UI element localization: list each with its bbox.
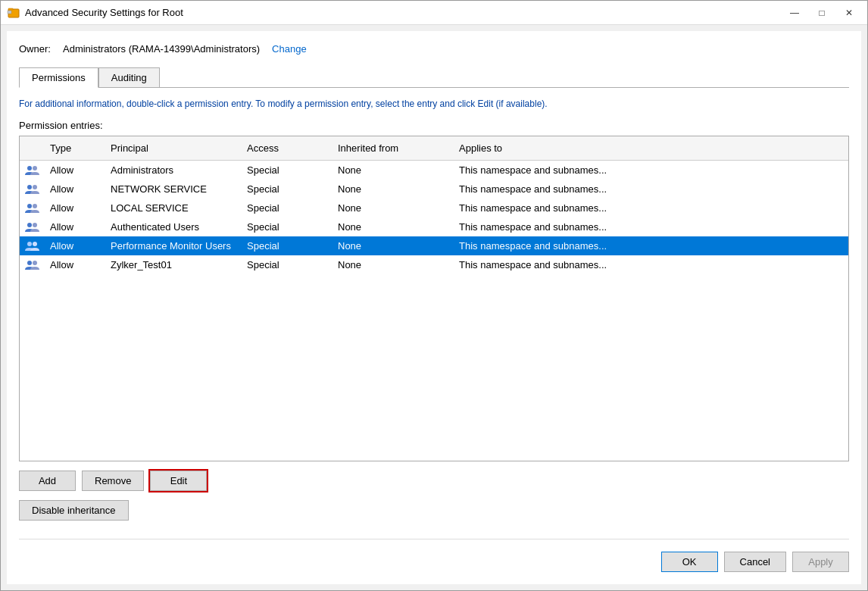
ok-button[interactable]: OK	[661, 552, 718, 572]
svg-point-8	[33, 204, 37, 208]
col-applies: Applies to	[453, 139, 848, 157]
col-access: Access	[241, 139, 332, 157]
title-bar-controls: — □ ✕	[782, 5, 861, 20]
cell-applies: This namespace and subnames...	[453, 238, 848, 254]
svg-point-9	[27, 223, 32, 227]
cell-applies: This namespace and subnames...	[453, 162, 848, 178]
cell-principal: Zylker_Test01	[105, 257, 241, 273]
bottom-buttons: OK Cancel Apply	[19, 546, 849, 572]
svg-point-14	[33, 261, 37, 265]
table-row[interactable]: Allow NETWORK SERVICE Special None This …	[20, 180, 848, 199]
minimize-button[interactable]: —	[782, 5, 807, 20]
tab-auditing[interactable]: Auditing	[98, 67, 160, 88]
cell-type: Allow	[44, 257, 105, 273]
cell-type: Allow	[44, 200, 105, 216]
info-text: For additional information, double-click…	[19, 97, 849, 111]
row-icon	[20, 220, 44, 235]
cell-access: Special	[241, 219, 332, 235]
cell-applies: This namespace and subnames...	[453, 200, 848, 216]
cell-inherited: None	[332, 200, 453, 216]
col-icon	[20, 139, 44, 157]
owner-row: Owner: Administrators (RAMA-14399\Admini…	[19, 43, 849, 55]
cell-principal: NETWORK SERVICE	[105, 181, 241, 197]
svg-point-7	[27, 204, 32, 208]
owner-label: Owner:	[19, 43, 57, 55]
table-body: Allow Administrators Special None This n…	[20, 161, 848, 461]
cell-access: Special	[241, 257, 332, 273]
table-header: Type Principal Access Inherited from App…	[20, 136, 848, 161]
divider	[19, 539, 849, 539]
cell-applies: This namespace and subnames...	[453, 219, 848, 235]
add-button[interactable]: Add	[19, 471, 76, 491]
cell-access: Special	[241, 200, 332, 216]
svg-point-11	[27, 242, 32, 246]
svg-point-4	[33, 166, 37, 170]
cancel-button[interactable]: Cancel	[724, 552, 786, 572]
permission-table: Type Principal Access Inherited from App…	[19, 136, 849, 461]
svg-point-12	[33, 242, 37, 246]
svg-point-13	[27, 261, 32, 265]
window-icon	[7, 6, 20, 20]
table-row[interactable]: Allow Zylker_Test01 Special None This na…	[20, 255, 848, 274]
cell-principal: Authenticated Users	[105, 219, 241, 235]
cell-applies: This namespace and subnames...	[453, 257, 848, 273]
row-icon	[20, 239, 44, 254]
col-type: Type	[44, 139, 105, 157]
window-title: Advanced Security Settings for Root	[25, 7, 782, 18]
svg-rect-1	[8, 11, 11, 14]
tab-permissions[interactable]: Permissions	[19, 67, 98, 88]
disable-inheritance-button[interactable]: Disable inheritance	[19, 500, 129, 521]
table-row-selected[interactable]: Allow Performance Monitor Users Special …	[20, 236, 848, 255]
row-icon	[20, 258, 44, 273]
cell-principal: Performance Monitor Users	[105, 238, 241, 254]
change-link[interactable]: Change	[272, 43, 307, 55]
col-principal: Principal	[105, 139, 241, 157]
cell-inherited: None	[332, 181, 453, 197]
remove-button[interactable]: Remove	[82, 471, 144, 491]
svg-point-10	[33, 223, 37, 227]
cell-type: Allow	[44, 181, 105, 197]
row-icon	[20, 201, 44, 216]
svg-point-3	[27, 166, 32, 170]
close-button[interactable]: ✕	[837, 5, 861, 20]
edit-button[interactable]: Edit	[150, 471, 207, 491]
cell-access: Special	[241, 181, 332, 197]
row-icon	[20, 163, 44, 178]
section-label: Permission entries:	[19, 120, 849, 131]
apply-button[interactable]: Apply	[792, 552, 849, 572]
cell-access: Special	[241, 162, 332, 178]
cell-inherited: None	[332, 257, 453, 273]
inheritance-row: Disable inheritance	[19, 500, 849, 521]
col-inherited: Inherited from	[332, 139, 453, 157]
tabs-container: Permissions Auditing	[19, 67, 849, 88]
main-window: Advanced Security Settings for Root — □ …	[0, 0, 868, 591]
maximize-button[interactable]: □	[810, 5, 834, 20]
cell-inherited: None	[332, 238, 453, 254]
cell-principal: LOCAL SERVICE	[105, 200, 241, 216]
content-area: Owner: Administrators (RAMA-14399\Admini…	[7, 31, 861, 584]
owner-value: Administrators (RAMA-14399\Administrator…	[63, 43, 260, 55]
cell-inherited: None	[332, 219, 453, 235]
table-row[interactable]: Allow Administrators Special None This n…	[20, 161, 848, 180]
action-buttons: Add Remove Edit	[19, 471, 849, 491]
table-row[interactable]: Allow LOCAL SERVICE Special None This na…	[20, 199, 848, 217]
cell-applies: This namespace and subnames...	[453, 181, 848, 197]
table-row[interactable]: Allow Authenticated Users Special None T…	[20, 217, 848, 236]
svg-point-5	[27, 185, 32, 189]
row-icon	[20, 182, 44, 197]
cell-type: Allow	[44, 238, 105, 254]
cell-type: Allow	[44, 162, 105, 178]
cell-type: Allow	[44, 219, 105, 235]
cell-inherited: None	[332, 162, 453, 178]
svg-rect-2	[8, 8, 13, 10]
svg-point-6	[33, 185, 37, 189]
title-bar: Advanced Security Settings for Root — □ …	[1, 1, 867, 25]
cell-access: Special	[241, 238, 332, 254]
cell-principal: Administrators	[105, 162, 241, 178]
